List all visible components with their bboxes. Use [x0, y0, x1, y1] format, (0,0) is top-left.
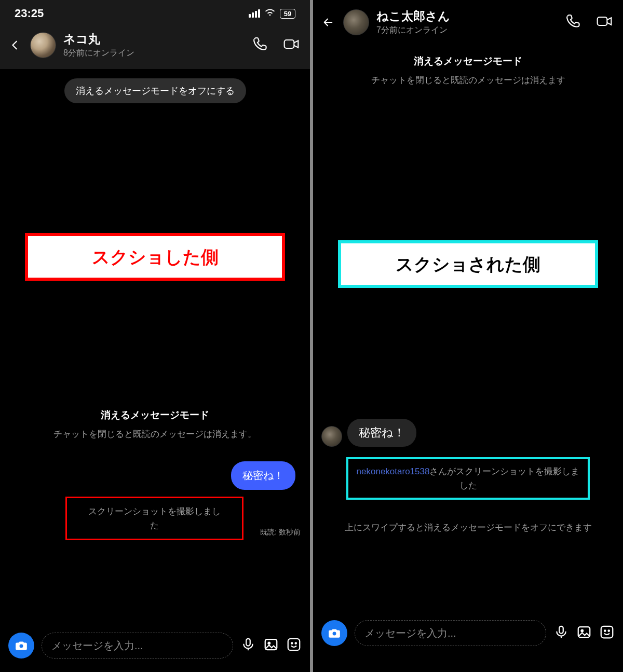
svg-point-9: [333, 632, 336, 636]
swipe-hint: 上にスワイプすると消えるメッセージモードをオフにできます: [313, 514, 623, 541]
callout-text: スクショした側: [92, 247, 219, 267]
contact-name: ねこ太郎さん: [376, 9, 558, 24]
svg-point-15: [608, 630, 610, 632]
message-avatar[interactable]: [321, 426, 342, 447]
message-input[interactable]: メッセージを入力...: [355, 620, 546, 646]
outgoing-message-bubble[interactable]: 秘密ね！: [231, 461, 295, 490]
phone-left: 23:25 59 ネコ丸 8分前にオンライン 消えるメッセージモードをオ: [0, 0, 310, 672]
vanish-mode-off-pill[interactable]: 消えるメッセージモードをオフにする: [64, 78, 246, 103]
incoming-message-row: 秘密ね！: [321, 419, 416, 447]
message-composer: メッセージを入力...: [313, 614, 623, 672]
battery-icon: 59: [280, 9, 295, 19]
audio-call-button[interactable]: [565, 13, 581, 32]
camera-button[interactable]: [321, 620, 347, 646]
voice-button[interactable]: [240, 637, 256, 654]
back-button[interactable]: [7, 39, 23, 51]
svg-point-12: [581, 630, 583, 632]
gallery-button[interactable]: [576, 624, 592, 642]
vanish-mode-title: 消えるメッセージモード: [10, 408, 300, 422]
contact-avatar[interactable]: [30, 32, 56, 58]
contact-info[interactable]: ネコ丸 8分前にオンライン: [63, 32, 245, 59]
svg-rect-3: [265, 639, 277, 650]
svg-point-14: [604, 630, 606, 632]
voice-button[interactable]: [553, 624, 569, 642]
cellular-icon: [249, 9, 260, 18]
screenshot-username[interactable]: nekonekotaro1538: [357, 467, 430, 476]
video-call-button[interactable]: [283, 36, 300, 54]
message-composer: メッセージを入力...: [0, 626, 310, 672]
screenshot-notice: nekonekotaro1538さんがスクリーンショットを撮影しました: [346, 457, 590, 500]
svg-point-7: [295, 642, 297, 644]
camera-button[interactable]: [8, 633, 34, 659]
callout-text: スクショされた側: [396, 254, 540, 274]
sticker-button[interactable]: [286, 637, 302, 654]
vanish-mode-subtitle: チャットを閉じると既読のメッセージは消えます: [323, 73, 613, 87]
incoming-message-bubble[interactable]: 秘密ね！: [347, 419, 416, 447]
screenshot-notice: スクリーンショットを撮影しました: [65, 497, 243, 540]
svg-rect-10: [559, 626, 563, 634]
contact-info[interactable]: ねこ太郎さん 7分前にオンライン: [376, 9, 558, 36]
contact-status: 7分前にオンライン: [376, 25, 558, 36]
vanish-mode-title: 消えるメッセージモード: [323, 54, 613, 68]
gallery-button[interactable]: [263, 637, 279, 654]
svg-rect-2: [246, 639, 250, 646]
svg-point-4: [268, 642, 270, 644]
video-call-button[interactable]: [596, 13, 613, 32]
message-input-placeholder: メッセージを入力...: [364, 626, 456, 640]
svg-rect-11: [578, 627, 590, 637]
audio-call-button[interactable]: [252, 36, 268, 54]
message-input[interactable]: メッセージを入力...: [42, 633, 233, 659]
contact-status: 8分前にオンライン: [63, 48, 245, 59]
svg-rect-5: [288, 639, 300, 651]
status-icons: 59: [249, 6, 295, 21]
message-input-placeholder: メッセージを入力...: [51, 639, 143, 653]
status-time: 23:25: [15, 7, 44, 20]
screenshot-suffix: さんがスクリーンショットを撮影しました: [429, 467, 579, 490]
chat-header: ネコ丸 8分前にオンライン: [0, 27, 310, 69]
wifi-icon: [264, 6, 276, 21]
screenshot-notice-text: スクリーンショットを撮影しました: [80, 498, 228, 539]
read-receipt: 既読: 数秒前: [260, 528, 301, 537]
svg-rect-0: [285, 40, 294, 48]
svg-rect-8: [598, 17, 607, 25]
vanish-mode-block: 消えるメッセージモード チャットを閉じると既読のメッセージは消えます: [313, 54, 623, 87]
chat-header: ねこ太郎さん 7分前にオンライン: [313, 0, 623, 46]
phone-right: ねこ太郎さん 7分前にオンライン 消えるメッセージモード チャットを閉じると既読…: [313, 0, 623, 672]
contact-avatar[interactable]: [343, 9, 369, 35]
contact-name: ネコ丸: [63, 32, 245, 47]
outgoing-message-row: 秘密ね！: [231, 461, 295, 490]
status-bar: 23:25 59: [0, 0, 310, 27]
chat-body[interactable]: 消えるメッセージモード チャットを閉じると既読のメッセージは消えます スクショさ…: [313, 46, 623, 614]
annotation-callout: スクショした側: [25, 233, 285, 281]
svg-point-1: [20, 644, 23, 648]
chat-body[interactable]: 消えるメッセージモードをオフにする スクショした側 消えるメッセージモード チャ…: [0, 69, 310, 626]
svg-point-6: [291, 642, 293, 644]
svg-rect-13: [601, 626, 613, 638]
vanish-mode-block: 消えるメッセージモード チャットを閉じると既読のメッセージは消えます。: [0, 408, 310, 441]
annotation-callout: スクショされた側: [338, 240, 598, 288]
back-button[interactable]: [320, 17, 336, 28]
vanish-mode-subtitle: チャットを閉じると既読のメッセージは消えます。: [10, 427, 300, 441]
swipe-hint-text: 上にスワイプすると消えるメッセージモードをオフにできます: [327, 514, 610, 541]
sticker-button[interactable]: [599, 624, 615, 642]
